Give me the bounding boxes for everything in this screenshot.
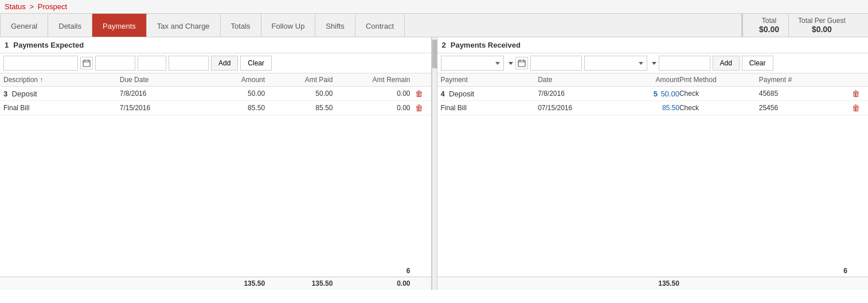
p-row1-method: Check — [679, 90, 759, 98]
panel2-table-body: 4 Deposit 7/8/2016 5 50.00 Check 45685 🗑… — [437, 87, 869, 277]
per-guest-label: Total Per Guest — [798, 17, 846, 25]
trash-icon[interactable]: 🗑 — [852, 89, 860, 98]
total-value: $0.00 — [759, 25, 779, 34]
col-actions1-header — [410, 76, 428, 84]
panel1-header: 1 Payments Expected — [0, 37, 431, 53]
tab-totals[interactable]: Totals — [221, 14, 261, 37]
col-actions2-header — [847, 76, 865, 84]
col-amount2-header: Amount — [617, 76, 679, 84]
tab-shifts[interactable]: Shifts — [315, 14, 355, 37]
col-payment-num-header: Payment # — [759, 76, 847, 84]
table-row: Final Bill 7/15/2016 85.50 85.50 0.00 🗑 — [0, 101, 431, 115]
p-row2-amount: 85.50 — [617, 104, 679, 112]
breadcrumb-current: Prospect — [38, 2, 67, 11]
svg-rect-4 — [518, 60, 525, 67]
total-label: Total — [759, 17, 779, 25]
tab-spacer — [405, 14, 742, 37]
panel1-count[interactable]: 0 — [138, 56, 166, 71]
panel2-footer: 6 135.50 — [437, 277, 869, 290]
col-description-header: Description ↑ — [3, 76, 120, 84]
table-row: 4 Deposit 7/8/2016 5 50.00 Check 45685 🗑 — [437, 87, 869, 101]
tab-contract[interactable]: Contract — [355, 14, 405, 37]
row1-delete[interactable]: 🗑 — [410, 89, 428, 98]
footer2-date — [538, 279, 617, 288]
panel1-amount-left[interactable]: 0.00 — [95, 56, 135, 71]
panel1-description-filter[interactable] — [3, 56, 78, 71]
tab-tax-and-charge[interactable]: Tax and Charge — [147, 14, 221, 37]
panel1-table-body: 3 Deposit 7/8/2016 50.00 50.00 0.00 🗑 Fi… — [0, 87, 431, 277]
panel2-clear-button[interactable]: Clear — [742, 56, 773, 71]
panel1-clear-button[interactable]: Clear — [240, 56, 272, 71]
col-due-date-header: Due Date — [120, 76, 197, 84]
tab-details[interactable]: Details — [48, 14, 92, 37]
panel1-calendar-icon[interactable] — [80, 57, 93, 69]
svg-rect-0 — [83, 60, 90, 67]
row2-delete[interactable]: 🗑 — [410, 103, 428, 112]
panel2-table-header: Payment Date Amount Pmt Method Payment # — [437, 73, 869, 87]
p-row1-date: 7/8/2016 — [538, 90, 617, 98]
trash-icon[interactable]: 🗑 — [415, 89, 423, 98]
row2-description: Final Bill — [3, 104, 120, 112]
panel2-method-dropdown[interactable] — [584, 56, 647, 71]
breadcrumb-status[interactable]: Status — [5, 2, 26, 11]
panel2-filter-row: Add Clear — [437, 53, 869, 73]
payments-received-panel: 2 Payments Received Ad — [437, 37, 869, 290]
row2-amount: 85.50 — [197, 104, 265, 112]
p-row1-payment: 4 Deposit — [441, 90, 538, 98]
p-row1-amount-val: 50.00 — [660, 90, 679, 98]
row2-due-date: 7/15/2016 — [120, 104, 197, 112]
p-row1-amount: 5 50.00 — [617, 90, 679, 98]
panel1-add-button[interactable]: Add — [211, 56, 238, 71]
row1-amount: 50.00 — [197, 90, 265, 98]
panel1-footer-num: 6 — [406, 267, 410, 275]
trash-icon[interactable]: 🗑 — [415, 103, 423, 112]
row2-amt-remain: 0.00 — [333, 104, 410, 112]
table-row: Final Bill 07/15/2016 85.50 Check 25456 … — [437, 101, 869, 115]
p-row2-payment: Final Bill — [441, 104, 538, 112]
row1-amt-remain: 0.00 — [333, 90, 410, 98]
col-pmt-method-header: Pmt Method — [679, 76, 759, 84]
total-block: Total $0.00 — [750, 14, 788, 36]
footer1-actions — [410, 279, 428, 288]
scroll-area[interactable] — [432, 37, 437, 290]
breadcrumb-separator: > — [30, 2, 34, 11]
footer2-method — [679, 279, 759, 288]
p-row1-amount-num: 5 — [654, 90, 658, 98]
footer2-amount: 135.50 — [617, 279, 679, 288]
panel2-footer-num: 6 — [843, 267, 847, 275]
panel2-add-button[interactable]: Add — [713, 56, 740, 71]
p-row1-delete[interactable]: 🗑 — [847, 89, 865, 98]
table-row: 3 Deposit 7/8/2016 50.00 50.00 0.00 🗑 — [0, 87, 431, 101]
row2-amt-paid: 85.50 — [265, 104, 333, 112]
footer1-amt-remain: 0.00 — [333, 279, 410, 288]
per-guest-block: Total Per Guest $0.00 — [789, 14, 855, 36]
section2-num: 2 — [442, 41, 446, 49]
row1-due-date: 7/8/2016 — [120, 90, 197, 98]
col-amount-header: Amount — [197, 76, 265, 84]
footer2-paynum — [759, 279, 847, 288]
footer1-amt-paid: 135.50 — [265, 279, 333, 288]
row1-num: 3 — [3, 90, 7, 98]
tab-follow-up[interactable]: Follow Up — [261, 14, 316, 37]
p-row2-delete[interactable]: 🗑 — [847, 103, 865, 112]
panel2-calendar-icon[interactable] — [515, 57, 528, 69]
per-guest-value: $0.00 — [798, 25, 846, 34]
panel2-payment-num-filter[interactable] — [659, 56, 710, 71]
panel1-amount-right[interactable]: 0.00 — [169, 56, 209, 71]
panel2-amount-filter[interactable] — [530, 56, 582, 71]
panel2-header: 2 Payments Received — [437, 37, 869, 53]
tab-bar: General Details Payments Tax and Charge … — [0, 14, 868, 37]
footer1-amount: 135.50 — [197, 279, 265, 288]
breadcrumb: Status > Prospect — [5, 2, 67, 11]
panel1-table-header: Description ↑ Due Date Amount Amt Paid A… — [0, 73, 431, 87]
trash-icon[interactable]: 🗑 — [852, 103, 860, 112]
tab-payments[interactable]: Payments — [92, 14, 147, 37]
tab-general[interactable]: General — [0, 14, 48, 37]
p-row1-paynum: 45685 — [759, 90, 847, 98]
col-payment-header: Payment — [441, 76, 538, 84]
panel2-payment-dropdown[interactable] — [441, 56, 504, 71]
totals-area: Total $0.00 Total Per Guest $0.00 — [742, 14, 868, 37]
row1-amt-paid: 50.00 — [265, 90, 333, 98]
p-row2-date: 07/15/2016 — [538, 104, 617, 112]
section2-title: Payments Received — [451, 41, 521, 49]
